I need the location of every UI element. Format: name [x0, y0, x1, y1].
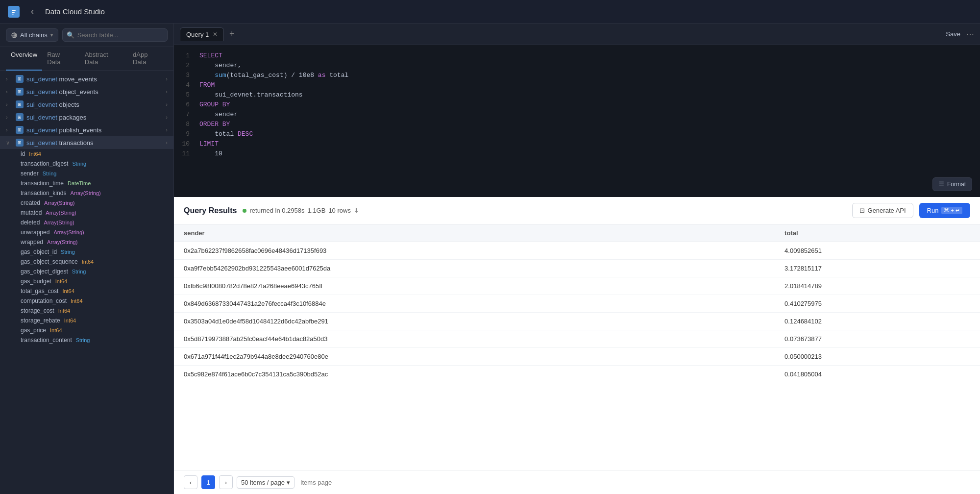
chevron-right-icon: › — [6, 89, 13, 95]
field-item: senderString — [0, 169, 173, 178]
field-type: Array(String) — [47, 239, 77, 245]
cell-sender: 0xa9f7ebb54262902bd931225543aee6001d7625… — [174, 260, 775, 277]
cell-sender: 0x849d63687330447431a2e76fecca4f3c10f688… — [174, 295, 775, 313]
items-per-page-select[interactable]: 50 items / page ▾ — [237, 476, 294, 489]
run-button[interactable]: Run ⌘ + ↵ — [919, 203, 970, 218]
field-name: gas_budget — [21, 278, 51, 285]
tab-close-icon[interactable]: ✕ — [213, 31, 218, 38]
field-name: deleted — [21, 219, 40, 226]
cell-total: 0.124684102 — [775, 313, 980, 330]
field-type: DateTime — [68, 180, 91, 186]
more-options-button[interactable]: ⋯ — [966, 29, 974, 39]
add-tab-button[interactable]: + — [226, 28, 238, 40]
cell-total: 0.073673877 — [775, 330, 980, 348]
save-button[interactable]: Save — [942, 28, 964, 40]
table-row: 0xa9f7ebb54262902bd931225543aee6001d7625… — [174, 260, 980, 277]
field-type: String — [72, 269, 86, 274]
cell-total: 4.009852651 — [775, 242, 980, 260]
tree-label: sui_devnet objects — [26, 101, 79, 108]
tree-item-move-events[interactable]: › ⊞ sui_devnet move_events › — [0, 73, 173, 85]
field-item: storage_costInt64 — [0, 306, 173, 316]
field-item: computation_costInt64 — [0, 296, 173, 306]
status-dot — [243, 209, 246, 213]
tab-overview[interactable]: Overview — [6, 47, 42, 71]
field-type: Int64 — [71, 298, 82, 304]
search-input[interactable] — [77, 31, 163, 39]
tab-abstract-data[interactable]: Abstract Data — [80, 47, 128, 71]
back-button[interactable]: ‹ — [25, 5, 39, 19]
line-numbers: 1 2 3 4 5 6 7 8 9 10 11 — [174, 45, 194, 197]
field-item: deletedArray(String) — [0, 218, 173, 227]
field-item: wrappedArray(String) — [0, 237, 173, 247]
cell-sender: 0x671a971f44f1ec2a79b944a8e8dee2940760e8… — [174, 348, 775, 366]
chain-icon — [11, 32, 17, 38]
chevron-right-icon: › — [6, 127, 13, 133]
code-content[interactable]: SELECT sender, sum(total_gas_cost) / 10e… — [194, 45, 980, 197]
tree-item-object-events[interactable]: › ⊞ sui_devnet object_events › — [0, 85, 173, 98]
results-header: Query Results returned in 0.2958s 1.1GB … — [174, 197, 980, 224]
field-type: Array(String) — [44, 200, 74, 206]
table-icon: ⊞ — [16, 113, 24, 121]
tree-item-packages[interactable]: › ⊞ sui_devnet packages › — [0, 111, 173, 124]
table-row: 0x2a7b62237f9862658fac0696e48436d17135f6… — [174, 242, 980, 260]
download-icon[interactable]: ⬇ — [354, 207, 359, 214]
field-type: String — [72, 161, 86, 167]
query-tab-label: Query 1 — [186, 31, 209, 38]
expand-icon: › — [166, 140, 168, 146]
current-page[interactable]: 1 — [201, 475, 215, 489]
run-label: Run — [927, 207, 939, 214]
field-item: gas_object_digestString — [0, 267, 173, 276]
field-name: gas_object_digest — [21, 268, 68, 275]
results-size: 1.1GB — [308, 207, 326, 214]
field-type: Int64 — [58, 308, 70, 314]
tree-label: sui_devnet transactions — [26, 139, 94, 147]
next-page-button[interactable]: › — [219, 475, 233, 489]
results-table-body: 0x2a7b62237f9862658fac0696e48436d17135f6… — [174, 242, 980, 383]
table-icon: ⊞ — [16, 88, 24, 96]
results-row-count: 10 rows — [328, 207, 351, 214]
chains-button[interactable]: All chains ▾ — [6, 28, 58, 42]
tree-label: sui_devnet publish_events — [26, 126, 101, 134]
tab-raw-data[interactable]: Raw Data — [42, 47, 80, 71]
cell-total: 0.410275975 — [775, 295, 980, 313]
query-tab-1[interactable]: Query 1 ✕ — [180, 27, 224, 41]
svg-rect-1 — [12, 10, 16, 11]
field-item: storage_rebateInt64 — [0, 316, 173, 325]
sidebar-tabs: Overview Raw Data Abstract Data dApp Dat… — [0, 47, 173, 71]
tree-item-transactions[interactable]: ∨ ⊞ sui_devnet transactions › — [0, 136, 173, 149]
format-icon: ☰ — [939, 181, 944, 188]
code-editor[interactable]: 1 2 3 4 5 6 7 8 9 10 11 SELECT sender, s… — [174, 45, 980, 197]
field-name: unwrapped — [21, 229, 49, 236]
field-name: storage_cost — [21, 307, 54, 314]
field-type: Array(String) — [53, 229, 84, 235]
table-icon: ⊞ — [16, 100, 24, 108]
field-name: sender — [21, 170, 39, 177]
table-icon: ⊞ — [16, 126, 24, 134]
field-name: transaction_time — [21, 180, 64, 187]
table-row: 0x849d63687330447431a2e76fecca4f3c10f688… — [174, 295, 980, 313]
tree-item-publish-events[interactable]: › ⊞ sui_devnet publish_events › — [0, 124, 173, 136]
col-header-sender: sender — [174, 224, 775, 242]
field-item: idInt64 — [0, 149, 173, 159]
generate-api-button[interactable]: ⊡ Generate API — [852, 203, 913, 218]
format-button[interactable]: ☰ Format — [932, 177, 972, 191]
tab-dapp-data[interactable]: dApp Data — [128, 47, 168, 71]
chevron-right-icon: › — [6, 76, 13, 82]
status-text: returned in 0.2958s — [249, 207, 304, 214]
prev-page-button[interactable]: ‹ — [184, 475, 197, 489]
field-item: transaction_timeDateTime — [0, 178, 173, 188]
expand-icon: › — [166, 127, 168, 133]
cell-total: 0.041805004 — [775, 366, 980, 383]
field-type: String — [61, 249, 75, 255]
sidebar-tree: › ⊞ sui_devnet move_events › › ⊞ sui_dev… — [0, 71, 173, 494]
cell-total: 3.172815117 — [775, 260, 980, 277]
items-per-page-label: 50 items / page — [241, 479, 285, 486]
field-item: createdArray(String) — [0, 198, 173, 208]
field-type: Int64 — [55, 278, 67, 284]
tree-item-objects[interactable]: › ⊞ sui_devnet objects › — [0, 98, 173, 111]
field-name: wrapped — [21, 239, 43, 246]
field-item: unwrappedArray(String) — [0, 227, 173, 237]
field-type: Array(String) — [70, 190, 100, 196]
tree-label: sui_devnet move_events — [26, 75, 97, 83]
field-type: Int64 — [64, 318, 76, 323]
